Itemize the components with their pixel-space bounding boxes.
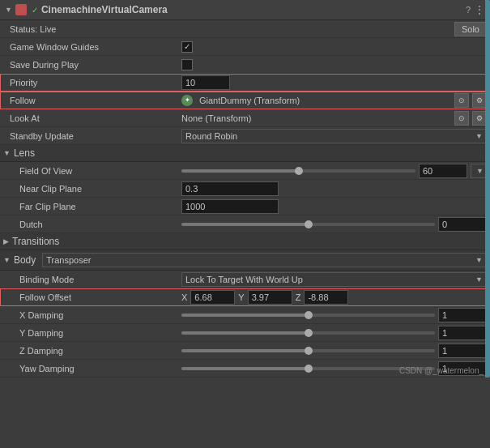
standby-row: Standby Update Round Robin ▼ [0,127,490,145]
y-damping-label: Y Damping [3,328,181,338]
x-damping-slider-thumb[interactable] [305,311,313,319]
follow-value: GiantDummy (Transform) [199,96,451,105]
fov-dropdown-arrow: ▼ [476,167,484,175]
yaw-damping-slider-thumb[interactable] [305,365,313,373]
y-damping-row: Y Damping [0,324,490,342]
yaw-damping-slider-track[interactable] [181,367,435,370]
solo-button[interactable]: Solo [454,22,487,36]
binding-mode-row: Binding Mode Lock To Target With World U… [0,271,490,288]
z-damping-slider-container [181,349,435,352]
y-damping-value-area [181,326,487,340]
fov-slider-container [181,169,415,173]
follow-offset-x: X [181,290,235,305]
game-window-value [181,41,487,53]
near-clip-input[interactable] [181,181,279,196]
z-damping-slider-thumb[interactable] [305,347,313,355]
status-label: Status: Live [3,24,181,34]
z-damping-label: Z Damping [3,346,181,356]
fov-input[interactable] [419,164,467,178]
x-damping-label: X Damping [3,310,181,320]
z-damping-input[interactable] [438,343,487,358]
standby-value: Round Robin [185,131,237,141]
x-damping-input[interactable] [438,308,487,322]
x-damping-slider-container [181,314,435,317]
look-at-value: None (Transform) [181,113,451,123]
z-damping-row: Z Damping [0,342,490,360]
dutch-slider-track[interactable] [181,223,435,226]
follow-offset-z-input[interactable] [304,290,348,305]
look-at-pick-button[interactable]: ⊙ [454,111,469,126]
game-window-checkbox[interactable] [181,41,193,53]
y-damping-input[interactable] [438,326,487,340]
lens-section-header[interactable]: ▼ Lens [0,145,490,162]
x-axis-label: X [181,292,187,302]
look-at-label: Look At [3,113,181,123]
lens-section-label: Lens [14,147,35,159]
x-damping-slider-fill [181,314,309,317]
fov-slider-thumb[interactable] [295,167,303,175]
standby-dropdown-arrow: ▼ [475,132,483,140]
collapse-arrow[interactable]: ▼ [5,6,12,14]
yaw-damping-row: Yaw Damping CSDN @_watermelon_ [0,360,490,378]
save-during-play-label: Save During Play [3,60,181,70]
z-damping-slider-track[interactable] [181,349,435,352]
follow-offset-value-area: X Y Z [181,290,487,305]
z-axis-label: Z [296,292,301,302]
follow-offset-label: Follow Offset [3,292,181,302]
accent-bar [485,0,490,378]
standby-label: Standby Update [3,131,181,141]
binding-mode-dropdown[interactable]: Lock To Target With World Up ▼ [181,272,487,287]
priority-value-area [181,75,487,90]
enabled-checkbox[interactable]: ✓ [32,6,38,15]
look-at-row: Look At None (Transform) ⊙ ⚙ [0,109,490,127]
dutch-label: Dutch [3,220,181,229]
follow-offset-y-input[interactable] [248,290,292,305]
far-clip-value-area [181,199,487,214]
follow-transform-icon: ✦ [181,95,193,106]
y-damping-slider-track[interactable] [181,331,435,335]
y-damping-slider-fill [181,331,309,335]
help-icon[interactable]: ? [466,5,471,15]
save-during-play-row: Save During Play [0,56,490,74]
x-damping-value-area [181,308,487,322]
watermark-text: CSDN @_watermelon_ [399,366,484,375]
follow-offset-y: Y [238,290,292,305]
z-damping-value-area [181,343,487,358]
body-section-header[interactable]: ▼ Body Transposer ▼ [0,250,490,271]
menu-icon[interactable]: ⋮ [474,3,485,16]
dutch-input[interactable] [438,217,487,232]
fov-row: Field Of View ▼ [0,162,490,180]
priority-row: Priority [0,74,490,92]
y-damping-slider-thumb[interactable] [305,329,313,337]
far-clip-input[interactable] [181,199,279,214]
transitions-section-header[interactable]: ▶ Transitions [0,233,490,250]
x-damping-slider-track[interactable] [181,314,435,317]
follow-row: Follow ✦ GiantDummy (Transform) ⊙ ⚙ [0,92,490,109]
save-during-play-checkbox[interactable] [181,59,193,70]
z-damping-slider-fill [181,349,309,352]
fov-value-area: ▼ [181,164,487,178]
binding-mode-label: Binding Mode [3,275,181,284]
dutch-slider-thumb[interactable] [305,220,313,228]
main-panel: ▼ ✓ CinemachineVirtualCamera ? ⋮ Status:… [0,0,490,378]
body-value: Transposer [46,255,91,265]
standby-value-area: Round Robin ▼ [181,129,487,143]
look-at-value-area: None (Transform) ⊙ ⚙ [181,111,487,126]
fov-slider-track[interactable] [181,169,415,173]
y-damping-slider-container [181,331,435,335]
priority-input[interactable] [181,75,230,90]
body-dropdown[interactable]: Transposer ▼ [42,253,487,267]
body-section-label: Body [14,254,36,266]
fov-label: Field Of View [3,166,181,176]
standby-dropdown[interactable]: Round Robin ▼ [181,129,487,143]
follow-pick-button[interactable]: ⊙ [454,93,469,108]
yaw-damping-label: Yaw Damping [3,364,181,373]
far-clip-label: Far Clip Plane [3,202,181,211]
fov-dropdown[interactable]: ▼ [471,164,487,178]
save-during-play-value [181,59,487,70]
follow-offset-x-input[interactable] [190,290,235,305]
binding-mode-value: Lock To Target With World Up [185,275,303,284]
yaw-damping-slider-container [181,367,435,370]
near-clip-label: Near Clip Plane [3,184,181,194]
status-row: Status: Live Solo [0,20,490,38]
